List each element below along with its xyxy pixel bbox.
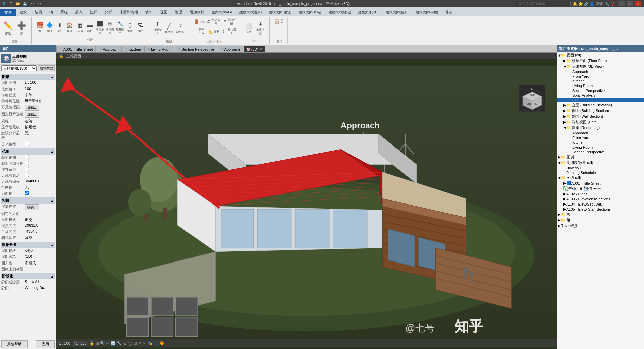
viewport-scale-btn[interactable]: 1 : 100 bbox=[74, 341, 88, 346]
tab-buildmaster-arch[interactable]: 建模大师(建筑) bbox=[265, 9, 295, 16]
tool-model-text[interactable]: T模型文字 bbox=[152, 20, 163, 37]
tab-view[interactable]: 视图 bbox=[156, 8, 171, 16]
tree-views-root[interactable]: ▼ 📁 视图 (all) bbox=[557, 52, 644, 58]
tree-render-fromyard[interactable]: From Yard bbox=[557, 135, 644, 140]
tool-ref-plane[interactable]: ⊞参照平面 bbox=[255, 20, 266, 37]
tab-approach-1[interactable]: ↗ Approach bbox=[96, 46, 121, 52]
tree-elevation[interactable]: ▶ 📁 立面 (Building Elevation) bbox=[557, 102, 644, 108]
tab-file[interactable]: 文件 bbox=[0, 9, 16, 16]
tab-insert[interactable]: 插入 bbox=[71, 8, 86, 16]
close-button[interactable]: ✕ bbox=[635, 1, 641, 6]
tree-revit-links[interactable]: ▶ Revit 链接 bbox=[557, 223, 644, 229]
tab-structure[interactable]: 结构 bbox=[31, 8, 46, 16]
tree-3d-livingroom[interactable]: Living Room bbox=[557, 83, 644, 88]
tab-architecture[interactable]: 建筑 bbox=[16, 8, 31, 16]
tool-component[interactable]: 🔷构件 bbox=[45, 19, 54, 36]
tab-familylib[interactable]: 族库大师V4.4 bbox=[208, 9, 236, 16]
tool-modify[interactable]: ✏️ 修改 bbox=[2, 20, 14, 37]
tree-rendering-folder[interactable]: ▼ 📁 渲染 (Rendering) bbox=[557, 125, 644, 131]
tool-curtain-system[interactable]: ⬛幕墙系统 bbox=[95, 19, 105, 36]
save-button[interactable]: 💾 bbox=[22, 1, 28, 7]
tree-sheet-a105[interactable]: ▶ A105 - Elev./ Stair Sections bbox=[557, 207, 644, 212]
tree-sheet-a001[interactable]: ▶ 🟦 A001 - Title Sheet bbox=[557, 181, 644, 186]
tool-floor[interactable]: ▬楼板 bbox=[85, 19, 95, 36]
tab-buildmaster-mep[interactable]: 建模大师(机电) bbox=[325, 9, 355, 16]
tab-steel[interactable]: 钢 bbox=[46, 8, 57, 16]
tree-3d-kitchen[interactable]: Kitchen bbox=[557, 79, 644, 83]
tool-tag-area[interactable]: 🏷标记面积 bbox=[222, 27, 237, 36]
tab-living-room[interactable]: ↗ Living Room bbox=[144, 46, 174, 52]
far-clip-checkbox[interactable] bbox=[25, 173, 29, 177]
prop-section-phase[interactable]: 阶段化▲ bbox=[1, 273, 55, 279]
tab-buildmaster-fin[interactable]: 建模大师(精装) bbox=[295, 9, 325, 16]
tree-render-livingroom[interactable]: Living Room bbox=[557, 145, 644, 150]
tree-sheet-a103[interactable]: ▶ A103 - Elevations/Sections bbox=[557, 196, 644, 201]
prop-section-extents[interactable]: 范围▲ bbox=[1, 148, 55, 155]
tree-3d-fromyard[interactable]: From Yard bbox=[557, 74, 644, 79]
tab-buildmaster-pc[interactable]: 建模大师(PC) bbox=[355, 9, 382, 16]
tab-buildmaster-const[interactable]: 建模大师(施工) bbox=[382, 9, 412, 16]
tab-addins[interactable]: 附加模块 bbox=[186, 8, 208, 16]
tree-sheet-a104[interactable]: ▶ A104 - Elev./Sec./Det. bbox=[557, 201, 644, 207]
graphic-display-btn[interactable]: 编辑... bbox=[25, 112, 39, 118]
tree-wall-section[interactable]: ▶ 📁 剖面 (Wall Section) bbox=[557, 114, 644, 119]
tab-title-sheet[interactable]: ⧠ A001 - Title Sheet bbox=[56, 46, 96, 52]
tree-render-approach[interactable]: Approach bbox=[557, 131, 644, 135]
tool-ramp[interactable]: ⬯坡道 bbox=[125, 19, 135, 36]
properties-apply-button[interactable]: 应用 bbox=[36, 340, 55, 348]
tool-add[interactable]: ➕ 添 bbox=[15, 20, 28, 37]
tool-area-sep[interactable]: ⊞面积分隔 bbox=[223, 17, 236, 26]
tree-detail[interactable]: ▶ 📁 详细视图 (Detail) bbox=[557, 119, 644, 125]
tab-collaborate[interactable]: 协作 bbox=[142, 8, 156, 16]
undo-button[interactable]: ↩ bbox=[29, 1, 35, 7]
tree-legend[interactable]: ▶ 📁 图例 bbox=[557, 154, 644, 160]
tree-building-section[interactable]: ▶ 📁 剖面 (Building Section) bbox=[557, 108, 644, 114]
tool-railing[interactable]: 🔧栏杆扶手 bbox=[115, 19, 125, 36]
section-box-checkbox[interactable] bbox=[25, 191, 29, 195]
view-selector[interactable]: 三维视图: (3D) bbox=[1, 65, 37, 71]
tree-sheet-a102[interactable]: ▶ A102 - Plans bbox=[557, 191, 644, 196]
tab-manage[interactable]: 管理 bbox=[171, 8, 186, 16]
tree-3d-current[interactable]: (3D) bbox=[557, 98, 644, 102]
properties-help-button[interactable]: 属性帮助 bbox=[1, 340, 28, 348]
open-button[interactable]: 📂 bbox=[15, 1, 21, 7]
annotation-crop-checkbox[interactable] bbox=[25, 167, 29, 171]
tab-kitchen[interactable]: ↗ Kitchen bbox=[122, 46, 144, 52]
tab-modify[interactable]: 修改 bbox=[442, 8, 457, 16]
tree-sheets[interactable]: ▼ 📁 图纸 (all) bbox=[557, 175, 644, 181]
tool-model-group[interactable]: ⊡模型组 bbox=[175, 20, 186, 37]
tab-buildmaster-steel[interactable]: 建模大师(钢构) bbox=[412, 9, 442, 16]
tool-ceiling[interactable]: ▦天花板 bbox=[75, 19, 85, 36]
prop-section-graphics[interactable]: 图形▲ bbox=[1, 74, 55, 80]
tab-systems[interactable]: 系统 bbox=[57, 8, 71, 16]
tab-massing[interactable]: 体量和场地 bbox=[116, 8, 142, 16]
tree-planting-schedule[interactable]: Planting Schedule bbox=[557, 170, 644, 175]
tool-wall[interactable]: 🧱墙 bbox=[35, 19, 44, 36]
crop-region-checkbox[interactable] bbox=[25, 161, 29, 165]
tool-shaft[interactable]: ⬜竖井 bbox=[244, 20, 254, 37]
crop-view-checkbox[interactable] bbox=[25, 155, 29, 159]
search-input[interactable] bbox=[517, 1, 571, 6]
minimize-button[interactable]: ─ bbox=[619, 1, 625, 6]
tab-buildmaster-gen[interactable]: 建模大师(通用) bbox=[236, 9, 266, 16]
tab-section-perspective[interactable]: ↗ Section Perspective bbox=[175, 46, 217, 52]
sun-path-checkbox[interactable] bbox=[25, 142, 29, 146]
tool-window[interactable]: 🪟窗口 bbox=[274, 17, 285, 26]
tool-model-line[interactable]: ╱模型线 bbox=[164, 20, 174, 37]
tree-3d-approach-1[interactable]: Approach bbox=[557, 69, 644, 74]
tree-3dview-folder[interactable]: ▼ 📁 三维视图 (3D View) bbox=[557, 64, 644, 69]
tool-roof[interactable]: 🏠屋顶 bbox=[65, 19, 74, 36]
tab-annotate[interactable]: 注释 bbox=[86, 8, 101, 16]
tool-curtain-grid[interactable]: ⊞幕墙网格 bbox=[105, 19, 115, 36]
tree-3d-solar[interactable]: Solar Analysis bbox=[557, 93, 644, 98]
tree-family[interactable]: ▶ 📁 族 bbox=[557, 212, 644, 217]
prop-section-camera[interactable]: 相机▲ bbox=[1, 197, 55, 204]
tool-stair[interactable]: 🏗楼梯 bbox=[136, 19, 145, 36]
redo-button[interactable]: ↪ bbox=[36, 1, 42, 7]
tree-render-section-persp[interactable]: Section Perspective bbox=[557, 150, 644, 154]
tree-render-kitchen[interactable]: Kitchen bbox=[557, 140, 644, 145]
edit-type-button[interactable]: 编辑类型 bbox=[38, 65, 55, 71]
tab-analyze[interactable]: 分析 bbox=[101, 8, 116, 16]
tree-howdoi[interactable]: How do I bbox=[557, 166, 644, 170]
tab-approach-2[interactable]: ↗ Approach bbox=[218, 46, 243, 52]
